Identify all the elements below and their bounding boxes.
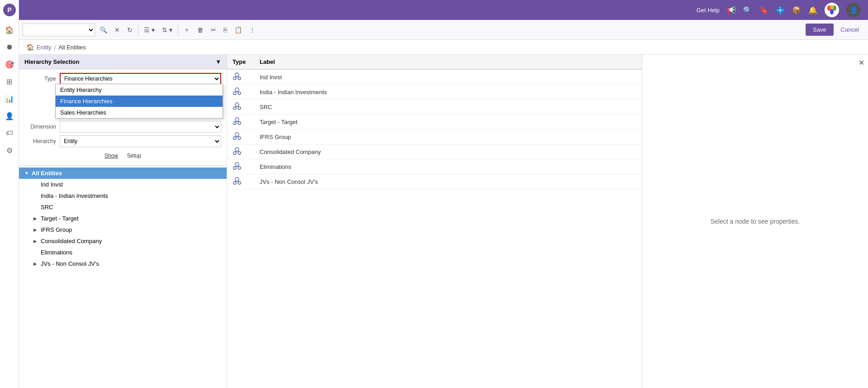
cube-icon[interactable]: 📦 [792,6,801,14]
toolbar-add-button[interactable]: ＋ [181,24,193,36]
tree-item-ind-invst[interactable]: Ind Invst [19,179,227,190]
toolbar-search-button[interactable]: 🔍 [97,24,110,35]
sidebar-settings-icon[interactable]: ⚙ [2,143,17,158]
app-logo[interactable]: P [3,4,16,16]
tree-expand-consolidated[interactable]: ▶ [33,239,39,244]
save-button[interactable]: Save [806,24,834,36]
toolbar-list-button[interactable]: ☰ ▾ [141,24,157,35]
tree-item-eliminations[interactable]: Eliminations [19,247,227,258]
hierarchy-header: Hierarchy Selection ▼ [19,55,227,69]
table-cell-label-2: India - Indian Investments [260,89,636,96]
svg-point-23 [233,122,236,125]
table-cell-type-5 [232,132,260,141]
table-row[interactable]: Target - Target [227,115,642,129]
megaphone-icon[interactable]: 📢 [727,6,736,14]
tree-label-consolidated: Consolidated Company [41,238,102,244]
dropdown-item-finance-hierarchies[interactable]: Finance Hierarchies [56,96,223,107]
type-label: Type [24,76,56,82]
svg-line-35 [235,151,237,152]
sidebar-record-icon[interactable]: ⏺ [2,40,17,54]
svg-point-8 [233,77,236,80]
svg-line-26 [237,121,239,122]
tree-item-india[interactable]: India - Indian Investments [19,190,227,201]
sidebar-grid-icon[interactable]: ⊞ [2,74,17,89]
tree-expand-target[interactable]: ▶ [33,216,39,221]
svg-point-34 [238,152,241,154]
table-row[interactable]: JVs - Non Consol JV's [227,174,642,189]
table-col-type-header: Type [232,58,260,65]
svg-line-10 [235,77,237,77]
tree-item-ifrs[interactable]: ▶ IFRS Group [19,224,227,235]
tree-item-consolidated[interactable]: ▶ Consolidated Company [19,235,227,247]
table-header: Type Label [227,55,642,70]
table-row[interactable]: IFRS Group [227,129,642,144]
sidebar-chart-icon[interactable]: 📊 [2,91,17,106]
breadcrumb-home-icon: 🏠 [26,43,34,51]
table-row[interactable]: India - Indian Investments [227,85,642,100]
toolbar-copy-button[interactable]: ⎘ [221,24,230,35]
diamond-icon[interactable]: 💠 [776,6,785,14]
sidebar-target-icon[interactable]: 🎯 [2,57,17,72]
bell-icon[interactable]: 🔔 [808,6,817,14]
table-cell-type-7 [232,162,260,171]
sidebar-badge-icon[interactable]: 🏷 [2,126,17,140]
hierarchy-select[interactable]: Entity [60,135,221,147]
dropdown-item-entity-hierarchy[interactable]: Entity Hierarchy [56,84,223,96]
node-type-icon-1 [232,72,242,81]
svg-point-7 [235,73,239,77]
properties-close-button[interactable]: ✕ [859,58,864,67]
toolbar-cut-button[interactable]: ✂ [208,24,219,35]
toolbar-sort-button[interactable]: ⇅ ▾ [159,24,175,35]
breadcrumb-entity-link[interactable]: Entity [37,44,52,51]
tree-root-item[interactable]: ▼ All Entities [19,168,227,179]
main-content: Get Help 📢 🔍 🔖 💠 📦 🔔 👤 [19,0,868,388]
tree-label-jvs: JVs - Non Consol JV's [41,260,99,267]
table-cell-label-7: Eliminations [260,163,636,170]
toolbar-more-button[interactable]: ⋮ [247,24,258,35]
tree-item-jvs[interactable]: ▶ JVs - Non Consol JV's [19,258,227,269]
properties-panel: ✕ Select a node to see properties. [642,55,868,388]
type-dropdown[interactable]: Entity Hierarchy Finance Hierarchies Sal… [55,84,223,119]
sidebar-home-icon[interactable]: 🏠 [2,23,17,37]
toolbar-select[interactable] [23,24,95,36]
table-cell-type-1 [232,72,260,81]
svg-text:P: P [7,6,11,14]
table-cell-label-4: Target - Target [260,119,636,125]
dimension-select[interactable] [60,121,221,133]
table-row[interactable]: Consolidated Company [227,144,642,159]
tree-item-src[interactable]: SRC [19,201,227,213]
svg-point-38 [233,167,236,169]
show-link[interactable]: Show [104,153,118,159]
user-avatar-button[interactable]: 👤 [846,3,861,17]
dropdown-item-sales-hierarchies[interactable]: Sales Hierarchies [56,107,223,118]
toolbar-delete-button[interactable]: 🗑 [194,24,206,35]
toolbar-close-button[interactable]: ✕ [112,24,123,35]
svg-point-12 [235,88,239,91]
get-help-label: Get Help [697,7,720,14]
cancel-button[interactable]: Cancel [835,24,864,36]
type-select[interactable]: Finance Hierarchies [60,73,221,85]
table-cell-type-3 [232,102,260,111]
tree-label-src: SRC [41,204,53,211]
table-row[interactable]: Ind Invst [227,70,642,85]
svg-point-6 [830,5,834,10]
setup-link[interactable]: Setup [127,153,141,159]
toolbar-refresh-button[interactable]: ↻ [124,24,135,35]
toolbar-paste-button[interactable]: 📋 [232,24,245,35]
svg-point-42 [235,177,239,181]
tree-expand-ifrs[interactable]: ▶ [33,227,39,232]
tree-item-target[interactable]: ▶ Target - Target [19,213,227,224]
table-row[interactable]: Eliminations [227,159,642,174]
get-help-button[interactable]: Get Help [697,7,720,14]
sidebar-person-icon[interactable]: 👤 [2,109,17,123]
bookmark-icon[interactable]: 🔖 [759,6,768,14]
hierarchy-collapse-icon[interactable]: ▼ [215,58,221,65]
search-icon[interactable]: 🔍 [743,6,752,14]
breadcrumb-separator: / [54,44,56,51]
table-cell-type-4 [232,117,260,126]
avatar-logo[interactable] [825,3,839,17]
table-cell-type-6 [232,147,260,156]
table-row[interactable]: SRC [227,100,642,115]
tree-root-expand-icon[interactable]: ▼ [24,171,30,176]
tree-expand-jvs[interactable]: ▶ [33,261,39,266]
